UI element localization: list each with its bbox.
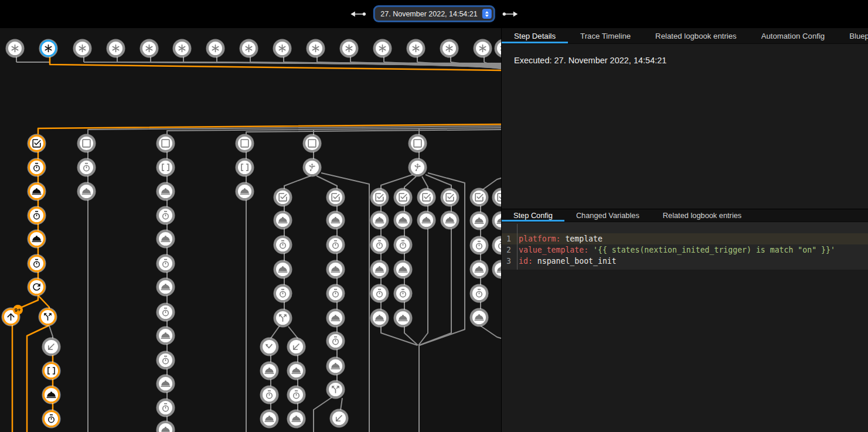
trace-node-trigger-asterisk-icon[interactable] <box>207 40 224 57</box>
trace-node-condition-passed-icon[interactable] <box>327 189 344 206</box>
trace-node-service-call-icon[interactable] <box>394 212 411 229</box>
next-run-arrow-icon[interactable] <box>501 9 519 19</box>
trace-node-arrow-check-icon[interactable] <box>261 338 278 355</box>
trace-node-delay-timer-icon[interactable] <box>28 207 45 224</box>
trace-node-delay-timer-icon[interactable] <box>28 255 45 272</box>
trace-node-delay-timer-icon[interactable] <box>157 304 174 321</box>
trace-node-service-call-icon[interactable] <box>157 327 174 344</box>
trace-node-service-call-icon[interactable] <box>471 309 488 326</box>
trace-node-arrow-bottom-left-icon[interactable] <box>43 338 60 355</box>
trace-node-trigger-asterisk-icon[interactable] <box>40 40 57 57</box>
trace-node-trigger-asterisk-icon[interactable] <box>307 40 324 57</box>
trace-node-service-call-icon[interactable] <box>157 183 174 200</box>
tab-step-details[interactable]: Step Details <box>502 28 568 43</box>
trace-node-service-call-icon[interactable] <box>288 362 305 379</box>
trace-node-delay-timer-icon[interactable] <box>28 159 45 176</box>
trace-node-service-call-icon[interactable] <box>261 410 278 427</box>
trace-node-service-call-icon[interactable] <box>274 212 291 229</box>
trace-node-condition-passed-icon[interactable] <box>274 189 291 206</box>
trace-node-delay-timer-icon[interactable] <box>157 207 174 224</box>
trace-node-service-call-icon[interactable] <box>327 358 344 375</box>
trace-node-service-call-icon[interactable] <box>327 212 344 229</box>
trace-node-service-call-icon[interactable] <box>394 261 411 278</box>
trace-node-service-call-icon[interactable] <box>471 261 488 278</box>
trace-node-service-call-icon[interactable] <box>418 212 435 229</box>
trace-node-condition-icon[interactable] <box>157 135 174 152</box>
trace-node-trigger-asterisk-icon[interactable] <box>407 40 424 57</box>
trace-node-trigger-asterisk-icon[interactable] <box>74 40 91 57</box>
trace-node-service-call-icon[interactable] <box>394 309 411 326</box>
trace-node-service-call-icon[interactable] <box>157 230 174 247</box>
trace-node-trigger-asterisk-icon[interactable] <box>141 40 158 57</box>
trace-node-delay-timer-icon[interactable] <box>471 237 488 254</box>
trace-node-condition-icon[interactable] <box>304 135 321 152</box>
trace-node-condition-passed-icon[interactable] <box>471 189 488 206</box>
trace-node-service-call-icon[interactable] <box>236 183 253 200</box>
trace-node-trigger-asterisk-icon[interactable] <box>173 40 190 57</box>
trace-node-condition-passed-icon[interactable] <box>418 189 435 206</box>
trace-node-service-call-icon[interactable] <box>371 212 388 229</box>
trace-node-script-brackets-icon[interactable] <box>236 159 253 176</box>
trace-node-service-call-icon[interactable] <box>43 386 60 403</box>
trace-node-condition-icon[interactable] <box>236 135 253 152</box>
trace-node-service-call-icon[interactable] <box>28 183 45 200</box>
trace-node-service-call-icon[interactable] <box>371 261 388 278</box>
trace-node-service-call-icon[interactable] <box>261 362 278 379</box>
trace-node-service-call-icon[interactable] <box>288 410 305 427</box>
trace-node-delay-timer-icon[interactable] <box>157 255 174 272</box>
trace-node-trigger-asterisk-icon[interactable] <box>240 40 257 57</box>
trace-node-delay-timer-icon[interactable] <box>327 236 344 253</box>
trace-node-choose-decision-icon[interactable] <box>409 159 426 176</box>
trace-node-delay-timer-icon[interactable] <box>394 236 411 253</box>
previous-run-arrow-icon[interactable] <box>349 9 367 19</box>
trace-node-arrow-bottom-left-icon[interactable] <box>331 410 348 427</box>
trace-node-script-brackets-icon[interactable] <box>157 159 174 176</box>
trace-node-condition-passed-icon[interactable] <box>394 189 411 206</box>
trace-node-delay-timer-icon[interactable] <box>157 352 174 369</box>
trace-node-delay-timer-icon[interactable] <box>157 399 174 416</box>
trace-node-service-call-icon[interactable] <box>274 261 291 278</box>
trace-node-delay-timer-icon[interactable] <box>394 285 411 302</box>
trace-node-trigger-asterisk-icon[interactable] <box>274 40 291 57</box>
trace-node-delay-timer-icon[interactable] <box>288 386 305 403</box>
tab-blueprint-config[interactable]: Blueprint Config <box>837 28 868 43</box>
yaml-editor[interactable]: 1platform: template2value_template: '{{ … <box>502 222 868 270</box>
trace-node-service-call-icon[interactable] <box>78 183 95 200</box>
trace-node-delay-timer-icon[interactable] <box>371 236 388 253</box>
trace-node-trigger-asterisk-icon[interactable] <box>374 40 391 57</box>
trace-node-delay-timer-icon[interactable] <box>327 285 344 302</box>
tab-changed-variables[interactable]: Changed Variables <box>564 209 651 222</box>
tab-related-logbook-entries[interactable]: Related logbook entries <box>643 28 749 43</box>
trace-node-delay-timer-icon[interactable] <box>43 410 60 427</box>
trace-node-choose-decision-icon[interactable] <box>304 159 321 176</box>
tab-related-logbook-entries[interactable]: Related logbook entries <box>651 209 753 222</box>
trace-node-service-call-icon[interactable] <box>327 261 344 278</box>
trace-node-call-split-icon[interactable] <box>274 309 291 326</box>
trace-node-service-call-icon[interactable] <box>371 309 388 326</box>
trace-node-condition-icon[interactable] <box>409 135 426 152</box>
trace-node-repeat-refresh-icon[interactable] <box>28 278 45 295</box>
trace-node-delay-timer-icon[interactable] <box>274 285 291 302</box>
trace-node-trigger-asterisk-icon[interactable] <box>341 40 358 57</box>
trace-node-delay-timer-icon[interactable] <box>327 332 344 349</box>
trace-node-service-call-icon[interactable] <box>157 375 174 392</box>
trace-node-delay-timer-icon[interactable] <box>371 285 388 302</box>
trace-node-delay-timer-icon[interactable] <box>261 386 278 403</box>
trace-node-trigger-asterisk-icon[interactable] <box>474 40 491 57</box>
trace-node-delay-timer-icon[interactable] <box>471 285 488 302</box>
trace-node-condition-passed-icon[interactable] <box>441 189 458 206</box>
tab-step-config[interactable]: Step Config <box>502 209 564 222</box>
trace-node-delay-timer-icon[interactable] <box>274 236 291 253</box>
trace-node-call-split-icon[interactable] <box>39 308 56 325</box>
trace-node-call-split-icon[interactable] <box>327 381 344 398</box>
tab-automation-config[interactable]: Automation Config <box>749 28 838 43</box>
run-date-select[interactable]: 27. November 2022, 14:54:21 <box>375 7 493 21</box>
trace-node-service-call-icon[interactable] <box>471 212 488 229</box>
trace-node-trigger-asterisk-icon[interactable] <box>107 40 124 57</box>
trace-node-condition-icon[interactable] <box>78 135 95 152</box>
trace-node-service-call-icon[interactable] <box>28 230 45 247</box>
trace-node-script-brackets-icon[interactable] <box>43 362 60 379</box>
tab-trace-timeline[interactable]: Trace Timeline <box>568 28 643 43</box>
trace-node-trigger-asterisk-icon[interactable] <box>6 40 23 57</box>
trace-node-condition-passed-icon[interactable] <box>28 135 45 152</box>
